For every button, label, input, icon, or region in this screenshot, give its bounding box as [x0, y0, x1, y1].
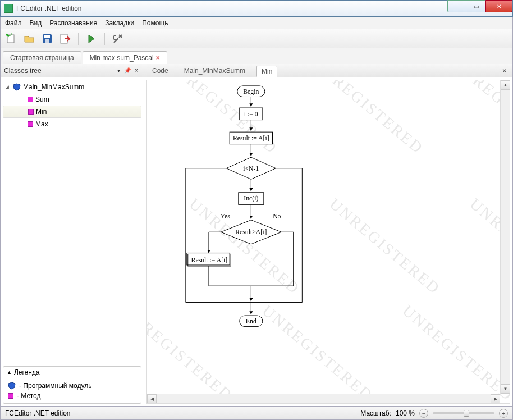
status-bar: FCEditor .NET edition Масштаб: 100 % − + — [0, 407, 513, 420]
legend-module-label: - Программный модуль — [19, 382, 91, 390]
new-button[interactable] — [4, 31, 19, 46]
open-button[interactable] — [22, 31, 36, 46]
panel-dropdown-icon[interactable]: ▾ — [114, 67, 122, 74]
toolbar-separator — [78, 33, 79, 45]
module-icon — [13, 83, 21, 91]
legend-method-label: - Метод — [17, 392, 41, 400]
app-icon — [4, 4, 13, 13]
menu-bookmarks[interactable]: Закладки — [105, 19, 134, 27]
svg-text:i<N-1: i<N-1 — [243, 165, 259, 172]
legend-module: - Программный модуль — [8, 381, 136, 391]
legend-title: Легенда — [14, 368, 40, 376]
zoom-out-button[interactable]: − — [419, 409, 428, 418]
expand-icon[interactable]: ◢ — [5, 84, 11, 90]
minimize-button[interactable]: — — [447, 0, 466, 12]
scroll-right-icon[interactable]: ▶ — [491, 394, 500, 404]
tab-minmaxsum[interactable]: Min max sum_Pascal × — [83, 51, 167, 65]
tree-root-label: Main_MinMaxSumm — [23, 83, 84, 91]
tab-file-label: Min max sum_Pascal — [90, 54, 154, 62]
view-close-icon[interactable]: × — [502, 66, 507, 75]
view-tabs: Code Main_MinMaxSumm Min × — [144, 64, 512, 77]
svg-rect-2 — [44, 35, 50, 38]
zoom-thumb[interactable] — [464, 410, 469, 417]
subtab-min[interactable]: Min — [256, 66, 277, 77]
zoom-value: 100 % — [396, 409, 415, 417]
close-button[interactable]: ✕ — [485, 0, 512, 12]
svg-rect-3 — [45, 39, 49, 43]
save-button[interactable] — [40, 31, 54, 46]
svg-text:i := 0: i := 0 — [244, 111, 258, 118]
export-button[interactable] — [58, 31, 72, 46]
watermark: UNREGISTERED — [399, 302, 510, 404]
tree-root[interactable]: ◢ Main_MinMaxSumm — [3, 81, 141, 93]
module-icon — [8, 382, 16, 390]
method-icon — [8, 393, 13, 399]
tree-item-label: Max — [35, 120, 48, 128]
scroll-left-icon[interactable]: ◀ — [147, 394, 157, 404]
menu-recognize[interactable]: Распознавание — [49, 19, 97, 27]
tools-button[interactable] — [111, 31, 125, 46]
panel-title: Classes tree — [4, 67, 42, 75]
document-tabs: Стартовая страница Min max sum_Pascal × — [0, 48, 513, 64]
tree-item-label: Min — [36, 108, 47, 116]
run-button[interactable] — [84, 31, 99, 46]
svg-text:Begin: Begin — [243, 88, 259, 95]
classes-tree-panel: Classes tree ▾ 📌 × ◢ Main_MinMaxSumm Sum… — [1, 64, 144, 406]
status-app-name: FCEditor .NET edition — [5, 409, 71, 417]
zoom-slider[interactable] — [433, 412, 494, 414]
legend-header[interactable]: ▲ Легенда — [3, 367, 141, 378]
subtab-main[interactable]: Main_MinMaxSumm — [180, 66, 250, 76]
tree-item-min[interactable]: Min — [3, 106, 141, 118]
vertical-scrollbar[interactable]: ▲ ▼ — [500, 80, 510, 394]
titlebar: FCEditor .NET edition — ▭ ✕ — [0, 0, 513, 17]
svg-text:Inc(i): Inc(i) — [244, 195, 258, 202]
tree-item-sum[interactable]: Sum — [3, 93, 141, 106]
tree-item-max[interactable]: Max — [3, 118, 141, 130]
method-icon — [28, 109, 34, 115]
method-icon — [28, 121, 33, 127]
svg-text:Yes: Yes — [221, 213, 231, 220]
horizontal-scrollbar[interactable]: ◀ ▶ — [147, 394, 500, 403]
menu-help[interactable]: Помощь — [142, 19, 168, 27]
svg-text:No: No — [273, 213, 281, 220]
toolbar-separator — [104, 33, 105, 45]
menu-view[interactable]: Вид — [30, 19, 42, 27]
tab-close-icon[interactable]: × — [156, 54, 160, 62]
tab-start-label: Стартовая страница — [10, 54, 74, 62]
right-panel: Code Main_MinMaxSumm Min × UNREGISTERED … — [144, 64, 512, 406]
svg-text:Result := A[i]: Result := A[i] — [191, 257, 228, 264]
zoom-in-button[interactable]: + — [499, 409, 508, 418]
method-icon — [28, 97, 33, 102]
panel-pin-icon[interactable]: 📌 — [123, 67, 131, 74]
tree-item-label: Sum — [35, 95, 49, 103]
tab-start-page[interactable]: Стартовая страница — [3, 51, 81, 64]
menu-file[interactable]: Файл — [5, 19, 22, 27]
window-title: FCEditor .NET edition — [16, 4, 447, 12]
legend-panel: ▲ Легенда - Программный модуль - Метод — [3, 366, 141, 404]
work-area: Classes tree ▾ 📌 × ◢ Main_MinMaxSumm Sum… — [0, 64, 513, 407]
svg-text:End: End — [246, 318, 256, 325]
flowchart-canvas[interactable]: UNREGISTERED UNREGISTERED UNREGISTERED U… — [146, 80, 510, 404]
maximize-button[interactable]: ▭ — [466, 0, 485, 12]
toolbar — [0, 29, 513, 48]
menubar: Файл Вид Распознавание Закладки Помощь — [0, 17, 513, 29]
collapse-icon: ▲ — [7, 369, 12, 375]
svg-text:Result>A[i]: Result>A[i] — [235, 229, 267, 236]
flowchart-svg: Begin i := 0 Result := A[i] i<N-1 — [158, 84, 360, 342]
panel-close-icon[interactable]: × — [132, 67, 140, 74]
scroll-down-icon[interactable]: ▼ — [501, 384, 510, 394]
zoom-label: Масштаб: — [360, 409, 391, 417]
classes-tree: ◢ Main_MinMaxSumm Sum Min Max — [1, 77, 144, 364]
scroll-up-icon[interactable]: ▲ — [501, 80, 510, 90]
legend-method: - Метод — [8, 391, 136, 401]
panel-header: Classes tree ▾ 📌 × — [1, 64, 144, 77]
svg-text:Result := A[i]: Result := A[i] — [233, 135, 269, 142]
subtab-code[interactable]: Code — [148, 66, 173, 76]
